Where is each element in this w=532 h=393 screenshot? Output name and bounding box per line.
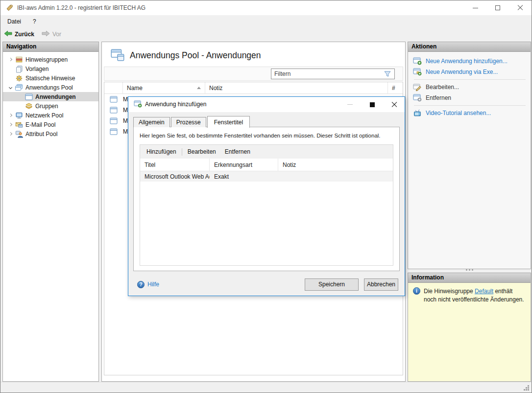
nav-item-label: Statische Hinweise [25, 75, 75, 82]
windows-cascade-icon [15, 84, 23, 91]
menubar: Datei ? [0, 15, 532, 28]
dialog-tabs: Allgemein Prozesse Fenstertitel [133, 116, 251, 127]
nav-item-email-pool[interactable]: E-Mail Pool [3, 120, 98, 129]
filter-input[interactable] [271, 70, 384, 77]
nav-item-label: E-Mail Pool [25, 121, 55, 128]
dialog-close-button[interactable] [387, 97, 402, 112]
save-button[interactable]: Speichern [305, 278, 359, 291]
gold-layers-icon [24, 102, 33, 110]
navigation-panel: Navigation Hinweisgruppen Vorlagen Stati… [2, 42, 99, 382]
sort-ascending-icon [197, 87, 201, 89]
action-label: Neue Anwendung hinzufügen... [426, 58, 508, 65]
nav-item-attribut-pool[interactable]: Attribut Pool [3, 129, 98, 139]
remove-title-button[interactable]: Entfernen [220, 146, 255, 157]
minimize-icon [347, 104, 353, 105]
help-label: Hilfe [147, 281, 159, 288]
nav-item-label: Netzwerk Pool [25, 112, 63, 119]
separator [414, 79, 526, 80]
layers-stack-icon [15, 56, 23, 64]
cell-erkennungsart: Exakt [210, 173, 278, 180]
nav-toolbar: Zurück Vor [0, 28, 532, 41]
dialog-minimize-button[interactable] [342, 97, 358, 112]
column-notiz-label: Notiz [209, 85, 222, 92]
maximize-button[interactable] [486, 0, 509, 15]
window-add-exe-icon [413, 68, 422, 76]
action-video-tutorial[interactable]: Video-Tutorial ansehen... [408, 108, 531, 118]
filter-funnel-icon[interactable] [384, 70, 391, 77]
forward-button[interactable]: Vor [38, 28, 65, 40]
nav-item-vorlagen[interactable]: Vorlagen [3, 64, 98, 73]
dialog-title: Anwendung hinzufügen [145, 101, 206, 108]
window-icon [24, 93, 33, 100]
nav-item-statische-hinweise[interactable]: Statische Hinweise [3, 73, 98, 83]
menu-datei[interactable]: Datei [2, 16, 26, 27]
nav-item-label: Gruppen [35, 103, 58, 110]
action-new-application-via-exe[interactable]: Neue Anwendung via Exe... [408, 67, 531, 77]
tab-fenstertitel[interactable]: Fenstertitel [207, 116, 250, 128]
app-window: IBI-aws Admin 1.22.0 - registriert für I… [0, 0, 532, 393]
expander-collapsed-icon[interactable] [6, 123, 15, 126]
dialog-titlebar: Anwendung hinzufügen [128, 97, 405, 112]
action-label: Neue Anwendung via Exe... [426, 69, 498, 75]
grid-toolbar: Hinzufügen Bearbeiten Entfernen [140, 145, 393, 159]
cancel-button[interactable]: Abbrechen [364, 278, 398, 291]
information-panel: Information i Die Hinweisgruppe Default … [408, 273, 531, 382]
action-edit[interactable]: Bearbeiten... [408, 82, 531, 92]
tv-icon [413, 109, 422, 117]
expander-expanded-icon[interactable] [6, 86, 15, 89]
resize-grip-icon[interactable] [524, 385, 530, 391]
column-titel[interactable]: Titel [140, 159, 210, 171]
expander-collapsed-icon[interactable] [6, 114, 15, 116]
column-erkennungsart-label: Erkennungsart [214, 162, 252, 168]
grid-row[interactable]: Microsoft Outlook Web Ac... Exakt [140, 171, 393, 182]
action-label: Bearbeiten... [426, 84, 459, 91]
tab-allgemein[interactable]: Allgemein [133, 117, 170, 127]
window-controls [464, 0, 532, 15]
status-bar [0, 382, 532, 393]
cell-titel: Microsoft Outlook Web Ac... [140, 173, 210, 180]
column-icon[interactable] [104, 82, 123, 93]
dialog-maximize-button[interactable] [364, 97, 380, 112]
action-remove[interactable]: Entfernen [408, 92, 531, 103]
column-notiz[interactable]: Notiz [205, 82, 388, 93]
nav-item-label: Anwendungen [35, 93, 76, 100]
expander-collapsed-icon[interactable] [6, 133, 15, 135]
back-button[interactable]: Zurück [0, 28, 38, 40]
nav-item-hinweisgruppen[interactable]: Hinweisgruppen [3, 55, 98, 64]
window-icon [104, 117, 123, 124]
info-icon: i [413, 287, 420, 295]
menu-help[interactable]: ? [28, 16, 41, 27]
nav-item-anwendungs-pool[interactable]: Anwendungs Pool [3, 83, 98, 92]
help-link[interactable]: ? Hilfe [137, 281, 159, 288]
edit-title-button[interactable]: Bearbeiten [183, 146, 220, 157]
separator [414, 105, 526, 106]
minimize-button[interactable] [464, 0, 486, 15]
monitor-icon [15, 112, 23, 119]
window-title: IBI-aws Admin 1.22.0 - registriert für I… [17, 4, 145, 11]
minimize-icon [473, 8, 478, 8]
nav-item-label: Vorlagen [25, 66, 48, 72]
panel-splitter[interactable] [408, 268, 531, 272]
nav-item-gruppen[interactable]: Gruppen [3, 101, 98, 111]
app-logo-icon [6, 4, 14, 13]
default-group-link[interactable]: Default [475, 288, 493, 295]
filter-bar [104, 67, 403, 81]
filter-field [271, 69, 395, 79]
window-add-icon [134, 100, 142, 109]
action-new-application[interactable]: Neue Anwendung hinzufügen... [408, 56, 531, 67]
close-button[interactable] [509, 0, 532, 15]
nav-item-anwendungen[interactable]: Anwendungen [3, 92, 98, 101]
column-erkennungsart[interactable]: Erkennungsart [210, 159, 278, 171]
column-count-label: # [392, 85, 395, 92]
tab-prozesse[interactable]: Prozesse [171, 117, 206, 127]
window-add-icon [413, 57, 422, 65]
column-count[interactable]: # [388, 82, 403, 93]
expander-collapsed-icon[interactable] [6, 58, 15, 61]
nav-item-netzwerk-pool[interactable]: Netzwerk Pool [3, 111, 98, 120]
add-title-button[interactable]: Hinzufügen [142, 146, 181, 157]
column-notiz[interactable]: Notiz [278, 159, 393, 171]
column-name[interactable]: Name [123, 82, 205, 93]
gear-icon [15, 74, 23, 82]
window-remove-icon [413, 94, 422, 102]
window-titles-grid: Hinzufügen Bearbeiten Entfernen Titel Er… [140, 144, 393, 266]
